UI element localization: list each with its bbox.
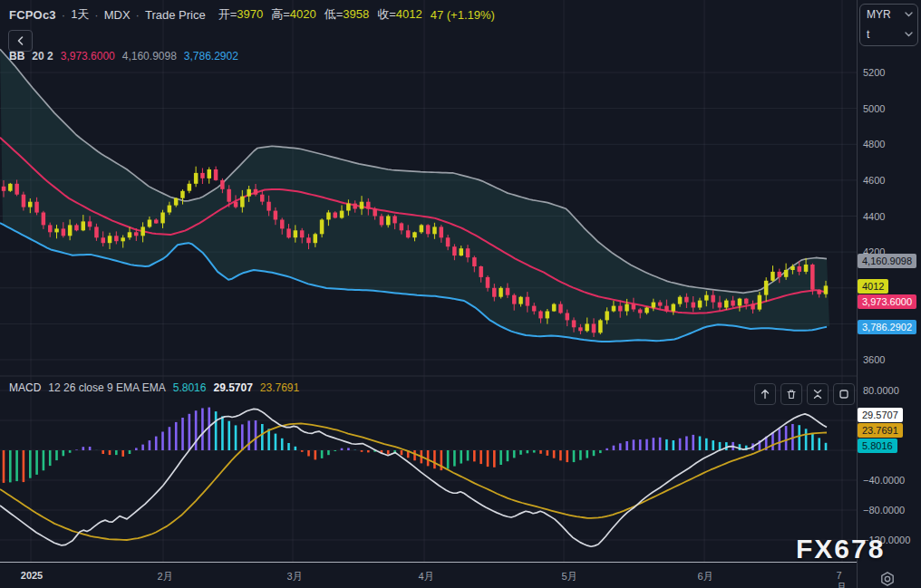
bb-params: 20 2: [32, 50, 53, 63]
price-axis-badge: 3,786.2902: [858, 320, 916, 334]
separator-dot: ·: [62, 8, 65, 22]
open-label: 开=: [218, 7, 238, 21]
chart-root: FCPOc3 · 1天 · MDX · Trade Price 开=3970 高…: [0, 0, 921, 588]
currency-dropdown[interactable]: MYR: [860, 5, 917, 24]
right-price-axis[interactable]: MYR t 520050004800460044004200360080.000…: [857, 0, 921, 588]
maximize-pane-button[interactable]: [833, 383, 855, 405]
chart-canvas[interactable]: [0, 0, 857, 564]
macd-indicator-legend[interactable]: MACD 12 26 close 9 EMA EMA 5.8016 29.570…: [9, 381, 299, 394]
price-axis-badge: 23.7691: [858, 423, 903, 438]
unit-value: t: [867, 28, 869, 41]
bb-title: BB: [9, 50, 24, 63]
time-axis[interactable]: 20252月3月4月5月6月7月: [0, 564, 857, 588]
macd-axis-tick: −80.0000: [863, 505, 905, 516]
fx678-watermark: FX678: [796, 535, 885, 563]
time-axis-label: 3月: [286, 570, 302, 583]
price-axis-tick: 3600: [863, 354, 885, 365]
move-pane-up-button[interactable]: [754, 383, 776, 405]
currency-value: MYR: [867, 8, 891, 21]
maximize-icon: [838, 388, 850, 400]
close-label: 收=: [377, 7, 396, 21]
price-axis-badge: 29.5707: [858, 408, 903, 422]
collapse-icon: [811, 388, 824, 400]
price-axis-tick: 5000: [863, 103, 885, 114]
chevron-left-icon: [16, 35, 25, 46]
chevron-down-icon: [905, 12, 913, 17]
time-axis-label: 4月: [418, 570, 433, 583]
bb-basis-value: 3,973.6000: [61, 50, 115, 63]
close-value: 4012: [396, 7, 422, 21]
separator-dot: ·: [136, 8, 140, 22]
arrow-up-icon: [759, 388, 771, 400]
open-value: 3970: [237, 7, 263, 21]
separator-dot: ·: [94, 8, 98, 22]
price-axis-tick: 5200: [863, 67, 885, 78]
currency-unit-selector: MYR t: [859, 4, 918, 46]
price-axis-tick: 4600: [863, 175, 885, 186]
macd-signal-value: 23.7691: [260, 381, 299, 394]
symbol-header: FCPOc3 · 1天 · MDX · Trade Price 开=3970 高…: [9, 6, 495, 23]
time-axis-separator: [0, 562, 921, 563]
time-axis-label: 5月: [561, 570, 577, 583]
time-axis-label: 2025: [21, 570, 43, 581]
low-value: 3958: [343, 7, 369, 21]
symbol-name[interactable]: FCPOc3: [9, 8, 56, 22]
macd-axis-tick: −40.0000: [863, 475, 905, 486]
price-axis-tick: 4400: [863, 211, 885, 222]
macd-params: 12 26 close 9 EMA EMA: [48, 381, 165, 394]
time-axis-label: 7月: [837, 570, 850, 588]
unit-dropdown[interactable]: t: [860, 24, 917, 44]
back-button[interactable]: [8, 30, 33, 52]
high-label: 高=: [271, 7, 290, 21]
macd-histogram: [4, 408, 826, 483]
time-axis-label: 2月: [157, 570, 172, 583]
high-value: 4020: [290, 7, 316, 21]
chevron-down-icon: [905, 32, 913, 37]
time-axis-label: 6月: [697, 570, 713, 583]
macd-title: MACD: [9, 381, 41, 394]
bb-lower-value: 3,786.2902: [184, 50, 238, 63]
macd-axis-tick: 80.0000: [863, 385, 899, 396]
delete-indicator-button[interactable]: [780, 383, 802, 405]
bb-upper-value: 4,160.9098: [122, 50, 177, 63]
macd-line-value: 29.5707: [213, 381, 252, 394]
settings-gear-icon[interactable]: [879, 571, 896, 587]
change-value: 47 (+1.19%): [431, 8, 495, 22]
price-axis-tick: 4800: [863, 139, 885, 149]
price-axis-badge: 5.8016: [858, 439, 897, 453]
collapse-pane-button[interactable]: [807, 383, 829, 405]
macd-pane-toolbar: [754, 383, 855, 405]
interval-value[interactable]: 1天: [71, 6, 89, 23]
macd-hist-value: 5.8016: [173, 381, 207, 394]
price-axis-badge: 3,973.6000: [858, 294, 916, 309]
bb-indicator-legend[interactable]: BB 20 2 3,973.6000 4,160.9098 3,786.2902: [9, 50, 238, 63]
price-axis-badge: 4,160.9098: [858, 254, 916, 268]
price-type-label: Trade Price: [145, 8, 206, 22]
low-label: 低=: [325, 7, 344, 21]
exchange-name: MDX: [104, 8, 131, 22]
price-axis-badge: 4012: [858, 279, 888, 294]
ohlc-readout: 开=3970 高=4020 低=3958 收=4012: [218, 6, 431, 23]
trash-icon: [785, 388, 798, 400]
